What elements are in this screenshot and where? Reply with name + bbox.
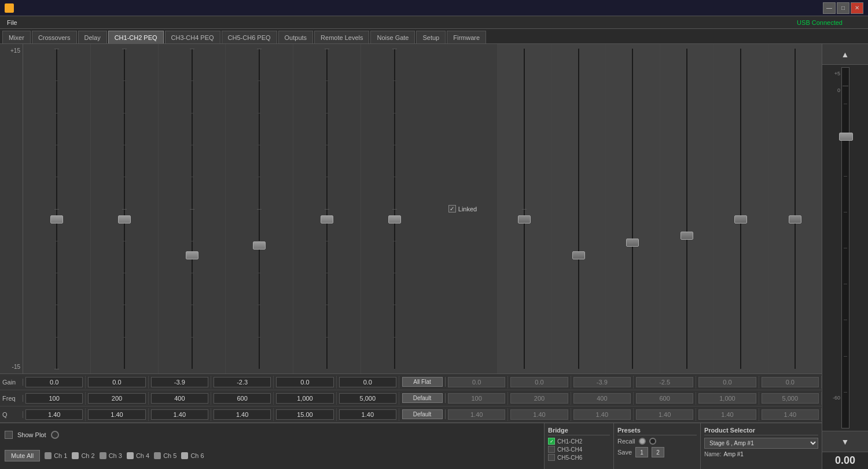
freq-input-1[interactable]	[25, 393, 83, 404]
master-scale-minus60: -60	[833, 395, 840, 401]
bridge-ch1ch2-checkbox[interactable]: ✓	[548, 438, 555, 445]
fader-thumb-r1[interactable]	[518, 215, 531, 223]
presets-panel: Presets Recall Save 1 2	[613, 423, 700, 469]
gain-input-r1[interactable]	[448, 377, 505, 387]
ch4-label: Ch 4	[136, 452, 149, 459]
freq-input-5[interactable]	[276, 393, 333, 404]
minimize-button[interactable]: —	[823, 2, 836, 14]
save-preset-2[interactable]: 2	[652, 447, 664, 457]
q-input-r2[interactable]	[510, 409, 568, 420]
q-input-5[interactable]	[276, 409, 333, 420]
freq-input-r3[interactable]	[573, 393, 631, 404]
fader-thumb-r6[interactable]	[789, 215, 801, 223]
mute-all-button[interactable]: Mute All	[5, 450, 40, 461]
tab-crossovers[interactable]: Crossovers	[32, 31, 77, 43]
tab-noise-gate[interactable]: Noise Gate	[370, 31, 415, 43]
tab-ch3ch4peq[interactable]: CH3-CH4 PEQ	[165, 31, 220, 43]
all-flat-button[interactable]: All Flat	[402, 377, 443, 387]
q-cell-r5	[696, 408, 759, 421]
default1-button[interactable]: Default	[402, 393, 443, 403]
recall-dot-1[interactable]	[639, 438, 646, 445]
file-menu[interactable]: File	[2, 16, 22, 29]
bridge-ch3ch4-label: CH3-CH4	[557, 446, 582, 453]
fader-thumb-r5[interactable]	[734, 215, 747, 223]
freq-input-3[interactable]	[151, 393, 208, 404]
ch2-dot	[72, 452, 79, 459]
fader-thumb-3[interactable]	[186, 251, 198, 259]
freq-input-6[interactable]	[339, 393, 396, 404]
master-fader-thumb[interactable]	[839, 133, 853, 141]
q-input-2[interactable]	[88, 409, 145, 420]
ch2-label: Ch 2	[81, 452, 94, 459]
bridge-ch3ch4-checkbox[interactable]	[548, 446, 555, 453]
q-cells-left	[23, 408, 399, 421]
q-input-3[interactable]	[151, 409, 208, 420]
gain-input-4[interactable]	[214, 377, 271, 387]
q-input-r3[interactable]	[573, 409, 631, 420]
tab-mixer[interactable]: Mixer	[2, 31, 31, 43]
gain-input-r5[interactable]	[698, 377, 756, 387]
gain-input-2[interactable]	[88, 377, 145, 387]
freq-input-r1[interactable]	[448, 393, 505, 404]
fader-thumb-6[interactable]	[388, 215, 401, 223]
freq-input-r4[interactable]	[636, 393, 693, 404]
ch3-indicator: Ch 3	[100, 452, 122, 459]
fader-thumb-5[interactable]	[321, 215, 333, 223]
tab-firmware[interactable]: Firmware	[447, 31, 486, 43]
gain-input-r4[interactable]	[636, 377, 693, 387]
fader-thumb-r4[interactable]	[681, 232, 693, 240]
gain-input-r3[interactable]	[573, 377, 631, 387]
recall-dot-2[interactable]	[649, 438, 656, 445]
show-plot-indicator	[51, 431, 59, 439]
master-fader-panel: ▲ +5 0 -60 ▼	[822, 44, 868, 469]
linked-checkbox-input[interactable]: ✓	[448, 205, 456, 212]
freq-input-2[interactable]	[88, 393, 145, 404]
gain-input-1[interactable]	[25, 377, 83, 387]
fader-thumb-r2[interactable]	[572, 251, 585, 259]
tab-delay[interactable]: Delay	[78, 31, 107, 43]
fader-thumb-4[interactable]	[253, 241, 266, 250]
save-preset-1[interactable]: 1	[635, 447, 648, 457]
bridge-ch5ch6-checkbox[interactable]	[548, 454, 555, 461]
gain-input-5[interactable]	[276, 377, 333, 387]
default2-button[interactable]: Default	[402, 409, 443, 419]
gain-input-3[interactable]	[151, 377, 208, 387]
name-label: Name:	[704, 451, 721, 457]
freq-input-r2[interactable]	[510, 393, 568, 404]
freq-input-4[interactable]	[214, 393, 271, 404]
fader-col-r2	[552, 44, 606, 373]
maximize-button[interactable]: □	[837, 2, 849, 14]
product-dropdown[interactable]: Stage 6 , Amp #1	[704, 438, 818, 449]
ch5-dot	[154, 452, 161, 459]
gain-input-r6[interactable]	[762, 377, 819, 387]
freq-cell-6	[337, 392, 399, 405]
fader-thumb-2[interactable]	[118, 215, 131, 223]
master-down-button[interactable]: ▼	[822, 431, 868, 452]
tab-outputs[interactable]: Outputs	[278, 31, 314, 43]
fader-thumb-r3[interactable]	[626, 239, 639, 247]
show-plot-checkbox[interactable]	[5, 431, 13, 439]
gain-cell-r3	[571, 376, 634, 389]
q-input-r6[interactable]	[762, 409, 819, 420]
q-input-4[interactable]	[214, 409, 271, 420]
tab-remote-levels[interactable]: Remote Levels	[314, 31, 369, 43]
q-input-r1[interactable]	[448, 409, 505, 420]
app-icon	[5, 3, 14, 13]
q-input-1[interactable]	[25, 409, 83, 420]
linked-control[interactable]: ✓ Linked	[448, 205, 477, 212]
master-up-button[interactable]: ▲	[822, 44, 868, 65]
ch2-indicator: Ch 2	[72, 452, 94, 459]
fader-col-6	[361, 44, 428, 373]
q-input-6[interactable]	[339, 409, 396, 420]
tab-setup[interactable]: Setup	[416, 31, 446, 43]
close-button[interactable]: ✕	[851, 2, 863, 14]
freq-input-r6[interactable]	[762, 393, 819, 404]
gain-input-r2[interactable]	[510, 377, 568, 387]
q-input-r5[interactable]	[698, 409, 756, 420]
fader-thumb-1[interactable]	[50, 215, 63, 223]
tab-ch1ch2peq[interactable]: CH1-CH2 PEQ	[108, 31, 164, 43]
gain-input-6[interactable]	[339, 377, 396, 387]
freq-input-r5[interactable]	[698, 393, 756, 404]
q-input-r4[interactable]	[636, 409, 693, 420]
tab-ch5ch6peq[interactable]: CH5-CH6 PEQ	[222, 31, 277, 43]
